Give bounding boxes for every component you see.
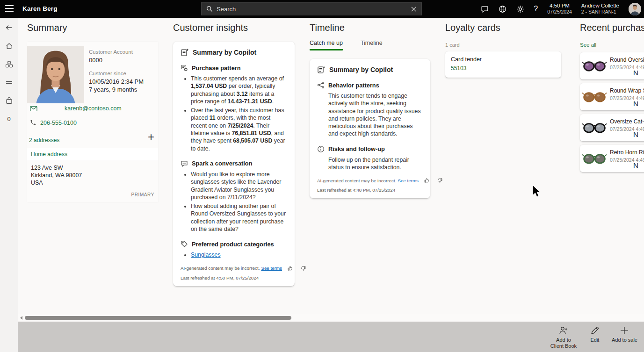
globe-icon[interactable] bbox=[498, 5, 507, 13]
horizontal-scrollbar[interactable] bbox=[18, 314, 644, 322]
shopping-bag-icon[interactable] bbox=[5, 96, 13, 105]
settings-gear-icon[interactable] bbox=[516, 5, 524, 13]
page-title: Karen Berg bbox=[22, 5, 58, 12]
address-line2: Kirkland, WA 98007 bbox=[31, 172, 82, 179]
behavior-patterns-icon bbox=[317, 81, 325, 89]
product-name: Oversize Cat-e bbox=[610, 118, 644, 125]
product-date: 07/25/2024 4:49 bbox=[610, 95, 644, 101]
edit-button[interactable]: Edit bbox=[586, 326, 604, 343]
customer-photo bbox=[27, 46, 84, 103]
copilot-card-title: Summary by Copilot bbox=[329, 66, 393, 73]
customer-summary-card: Customer Account 0000 Customer since 10/… bbox=[27, 42, 158, 202]
category-tag-icon bbox=[181, 240, 188, 248]
primary-badge: PRIMARY bbox=[131, 192, 154, 197]
thumb-up-icon[interactable] bbox=[288, 266, 293, 271]
insights-copilot-card: Summary by Copilot Purchase pattern This… bbox=[173, 42, 295, 286]
see-terms-link[interactable]: See terms bbox=[398, 178, 419, 183]
product-name: Round Oversiz bbox=[610, 57, 644, 63]
avatar[interactable] bbox=[629, 3, 641, 15]
add-person-icon bbox=[558, 326, 569, 335]
product-date: 07/25/2024 4:49 bbox=[610, 126, 644, 132]
phone-row: 206-555-0100 bbox=[29, 119, 77, 126]
email-link[interactable]: karenb@contoso.com bbox=[65, 105, 122, 112]
purchase-pattern-header: Purchase pattern bbox=[181, 64, 287, 72]
user-name: Andrew Collette bbox=[581, 3, 619, 9]
sunglasses-image bbox=[582, 87, 607, 107]
addresses-count-link[interactable]: 2 addresses bbox=[29, 137, 59, 144]
menu-icon[interactable] bbox=[5, 5, 14, 13]
plus-icon bbox=[620, 326, 629, 335]
home-icon[interactable] bbox=[5, 42, 13, 50]
products-icon[interactable] bbox=[5, 60, 13, 68]
product-row[interactable]: Oversize Cat-e 07/25/2024 4:49 N bbox=[580, 114, 644, 141]
lists-icon[interactable] bbox=[5, 78, 13, 86]
purchase-pattern-heading: Purchase pattern bbox=[192, 65, 241, 72]
product-row[interactable]: Retro Horn Ri 07/25/2024 4:49 N bbox=[580, 145, 644, 172]
email-row: karenb@contoso.com bbox=[30, 105, 122, 112]
product-row[interactable]: Round Wrap S 07/25/2024 4:49 N bbox=[580, 83, 644, 110]
ai-disclaimer-text: AI-generated content may be incorrect. bbox=[181, 266, 260, 271]
thumb-up-icon[interactable] bbox=[424, 178, 430, 183]
cart-count[interactable]: 0 bbox=[7, 115, 10, 122]
conversation-icon bbox=[181, 160, 188, 167]
product-row[interactable]: Round Oversiz 07/25/2024 4:49 N bbox=[580, 52, 644, 79]
mouse-cursor bbox=[532, 185, 543, 199]
ai-disclaimer-text: AI-generated content may be incorrect. bbox=[317, 178, 396, 183]
loyalty-card[interactable]: Card tender 55103 bbox=[445, 51, 561, 78]
see-terms-link[interactable]: See terms bbox=[261, 266, 282, 271]
insights-refreshed: Last refreshed at 4:50 PM, 07/25/2024 bbox=[181, 275, 287, 280]
since-value: 10/05/2016 2:34 PM bbox=[89, 78, 144, 85]
behavior-text: This customer tends to engage actively w… bbox=[328, 92, 423, 138]
action-label: Add to Client Book bbox=[549, 337, 578, 349]
tab-catch-me-up[interactable]: Catch me up bbox=[310, 40, 343, 50]
ai-disclaimer: AI-generated content may be incorrect. S… bbox=[317, 178, 423, 183]
phone-icon bbox=[29, 119, 36, 126]
account-label: Customer Account bbox=[89, 49, 133, 55]
timeline-refreshed: Last refreshed at 4:48 PM, 07/25/2024 bbox=[317, 187, 423, 193]
clock[interactable]: 4:50 PM 07/25/2024 bbox=[547, 3, 572, 15]
timeline-tabs: Catch me up Timeline bbox=[310, 40, 430, 50]
add-to-client-book-button[interactable]: Add to Client Book bbox=[549, 326, 578, 349]
scroll-left-icon[interactable] bbox=[20, 316, 22, 320]
product-name: Round Wrap S bbox=[610, 87, 644, 94]
product-price: N bbox=[633, 130, 638, 138]
add-to-sale-button[interactable]: Add to sale bbox=[612, 326, 637, 343]
phone-link[interactable]: 206-555-0100 bbox=[40, 120, 77, 126]
sunglasses-image bbox=[582, 56, 607, 76]
bottom-action-bar: Add to Client Book Edit Add to sale bbox=[18, 322, 644, 352]
topbar-actions: ? 4:50 PM 07/25/2024 Andrew Collette 2 -… bbox=[480, 0, 641, 18]
action-label: Add to sale bbox=[612, 337, 637, 343]
tab-timeline[interactable]: Timeline bbox=[361, 40, 383, 50]
ai-disclaimer: AI-generated content may be incorrect. S… bbox=[181, 266, 287, 271]
thumb-down-icon[interactable] bbox=[300, 266, 306, 271]
signed-in-user[interactable]: Andrew Collette 2 - SANFRAN-1 bbox=[581, 3, 619, 15]
sunglasses-category-link[interactable]: Sunglasses bbox=[191, 251, 221, 258]
store-register: 2 - SANFRAN-1 bbox=[581, 9, 619, 15]
scrollbar-thumb[interactable] bbox=[25, 316, 291, 320]
loyalty-section: Loyalty cards 1 card Card tender 55103 bbox=[445, 22, 561, 78]
recent-purchases-section: Recent purchases See all Round Oversiz 0… bbox=[580, 22, 644, 172]
add-address-icon[interactable]: + bbox=[148, 131, 154, 143]
help-icon[interactable]: ? bbox=[534, 5, 538, 13]
chat-icon[interactable] bbox=[480, 5, 489, 13]
timeline-title: Timeline bbox=[310, 22, 430, 33]
spark-bullets: Would you like to explore more sunglasse… bbox=[181, 171, 287, 233]
loyalty-title: Loyalty cards bbox=[445, 22, 561, 33]
product-date: 07/25/2024 4:49 bbox=[610, 65, 644, 70]
clear-search-icon[interactable] bbox=[411, 6, 417, 12]
thumb-down-icon[interactable] bbox=[437, 178, 442, 183]
see-all-link[interactable]: See all bbox=[580, 42, 596, 48]
recent-title: Recent purchases bbox=[580, 22, 644, 33]
search-input[interactable]: Search bbox=[201, 2, 422, 15]
address-block: 123 Ave SW Kirkland, WA 98007 USA bbox=[31, 164, 82, 187]
address-type-row[interactable]: Home address bbox=[27, 148, 158, 160]
copilot-card-title: Summary by Copilot bbox=[193, 49, 256, 56]
copilot-card-header: Summary by Copilot bbox=[317, 65, 423, 74]
store-commerce-app: Karen Berg Search bbox=[0, 0, 644, 352]
email-icon bbox=[30, 106, 37, 112]
recent-product-list: Round Oversiz 07/25/2024 4:49 N Round Wr… bbox=[580, 52, 644, 172]
copilot-icon bbox=[181, 48, 189, 57]
risks-text: Follow up on the pendant repair status t… bbox=[328, 156, 423, 172]
back-arrow-icon[interactable] bbox=[5, 23, 13, 32]
product-price: N bbox=[633, 69, 638, 77]
